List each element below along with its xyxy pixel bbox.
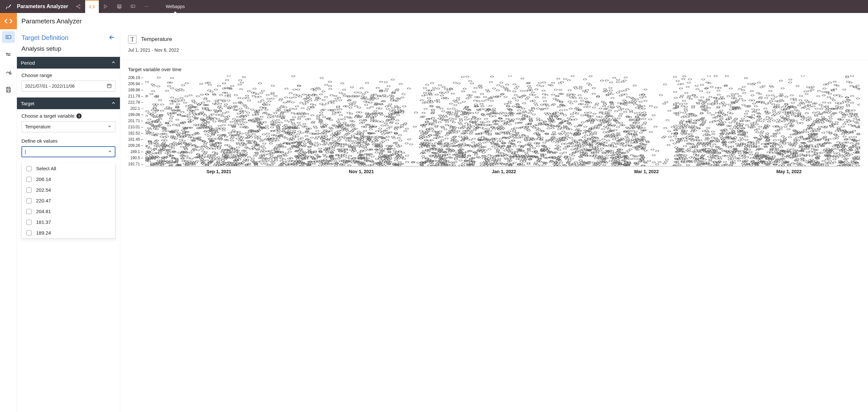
svg-point-2367 <box>752 109 755 110</box>
svg-point-5322 <box>177 136 180 137</box>
svg-point-4348 <box>364 154 367 155</box>
svg-point-1639 <box>151 109 154 111</box>
checkbox[interactable] <box>26 166 32 171</box>
svg-point-4640 <box>731 94 734 95</box>
svg-point-2836 <box>689 98 692 99</box>
dropdown-option[interactable]: 220.47 <box>22 195 115 206</box>
svg-point-373 <box>611 97 614 98</box>
svg-point-2976 <box>563 133 567 134</box>
svg-point-4973 <box>277 108 280 109</box>
svg-point-3590 <box>684 140 688 141</box>
checkbox[interactable] <box>26 198 32 203</box>
svg-point-649 <box>674 113 677 114</box>
svg-point-4085 <box>167 113 170 114</box>
svg-point-5167 <box>262 133 265 135</box>
dropdown-option[interactable]: 189.24 <box>22 227 115 238</box>
rail-params-icon[interactable] <box>2 49 15 60</box>
rail-target-icon[interactable] <box>2 31 15 43</box>
svg-point-5342 <box>196 96 199 97</box>
dropdown-option[interactable]: 206.14 <box>22 174 115 185</box>
svg-point-1613 <box>219 136 222 137</box>
svg-point-4030 <box>563 78 567 80</box>
svg-point-4971 <box>320 114 323 115</box>
svg-point-5477 <box>634 125 638 126</box>
svg-point-3917 <box>682 100 686 102</box>
code-tab-icon[interactable] <box>85 0 99 13</box>
back-arrow-icon[interactable] <box>108 34 116 42</box>
rail-chart-icon[interactable] <box>2 66 15 78</box>
target-variable-select[interactable]: Temperature <box>22 121 116 132</box>
ok-values-input[interactable] <box>27 149 107 154</box>
svg-point-4105 <box>605 112 608 113</box>
svg-point-2195 <box>328 144 332 145</box>
checkbox[interactable] <box>26 230 32 235</box>
svg-point-3222 <box>225 117 228 118</box>
section-target-header[interactable]: Target <box>17 97 120 109</box>
more-icon[interactable] <box>140 0 153 13</box>
share-icon[interactable] <box>71 0 85 13</box>
checkbox[interactable] <box>26 209 32 214</box>
svg-point-2887 <box>427 151 430 152</box>
svg-point-3508 <box>782 121 785 122</box>
svg-point-3592 <box>828 102 831 104</box>
svg-point-4891 <box>440 136 443 138</box>
svg-point-1160 <box>447 108 451 109</box>
svg-point-3475 <box>765 97 768 99</box>
dropdown-option[interactable]: 204.81 <box>22 206 115 217</box>
svg-point-3346 <box>535 96 538 98</box>
svg-point-0 <box>76 6 78 7</box>
svg-point-5226 <box>642 105 645 106</box>
svg-point-1173 <box>856 165 859 166</box>
svg-point-4025 <box>769 118 772 119</box>
svg-point-831 <box>189 112 192 113</box>
svg-point-3239 <box>623 146 626 147</box>
section-period-header[interactable]: Period <box>17 57 120 69</box>
rail-save-icon[interactable] <box>2 84 15 96</box>
date-range-input[interactable]: 2021/07/01 - 2022/11/06 <box>22 81 116 92</box>
play-icon[interactable] <box>99 0 113 13</box>
app-logo-icon[interactable] <box>0 3 17 10</box>
dropdown-option[interactable]: 202.54 <box>22 185 115 195</box>
svg-point-4933 <box>760 87 763 88</box>
svg-point-5232 <box>215 132 218 133</box>
svg-point-4787 <box>453 82 457 83</box>
svg-point-1439 <box>534 103 537 104</box>
dropdown-option[interactable]: 181.37 <box>22 217 115 227</box>
svg-point-359 <box>632 158 635 160</box>
checkbox[interactable] <box>26 188 32 193</box>
svg-point-1797 <box>528 87 531 89</box>
svg-point-2857 <box>365 82 369 84</box>
dropdown-option[interactable]: Select All <box>22 163 115 174</box>
svg-point-5548 <box>546 114 549 115</box>
svg-point-4728 <box>815 108 818 109</box>
webapps-tab[interactable]: Webapps <box>160 0 191 13</box>
svg-point-1649 <box>200 94 204 95</box>
svg-point-1421 <box>429 156 433 157</box>
svg-point-5206 <box>605 80 608 81</box>
svg-point-436 <box>679 88 682 89</box>
svg-point-1790 <box>145 133 147 134</box>
screen-icon[interactable] <box>126 0 140 13</box>
checkbox[interactable] <box>26 177 32 182</box>
svg-point-259 <box>259 128 262 130</box>
svg-point-4407 <box>689 122 693 124</box>
svg-point-1771 <box>158 144 161 146</box>
checkbox[interactable] <box>26 220 32 225</box>
svg-point-3295 <box>812 151 815 152</box>
svg-point-828 <box>171 148 175 149</box>
svg-point-2454 <box>254 165 258 166</box>
svg-point-511 <box>730 128 733 129</box>
svg-point-5343 <box>632 102 636 104</box>
chart-plot[interactable] <box>145 75 860 166</box>
svg-point-3670 <box>433 120 437 122</box>
info-icon[interactable]: i <box>76 114 82 119</box>
print-icon[interactable] <box>113 0 126 13</box>
svg-point-241 <box>663 84 666 85</box>
svg-point-4603 <box>390 97 393 98</box>
svg-point-5138 <box>278 145 282 146</box>
svg-point-26 <box>686 133 689 134</box>
svg-point-5034 <box>631 139 634 140</box>
svg-point-132 <box>761 131 764 132</box>
svg-point-3598 <box>503 113 507 114</box>
ok-values-combo[interactable]: | <box>22 146 116 157</box>
